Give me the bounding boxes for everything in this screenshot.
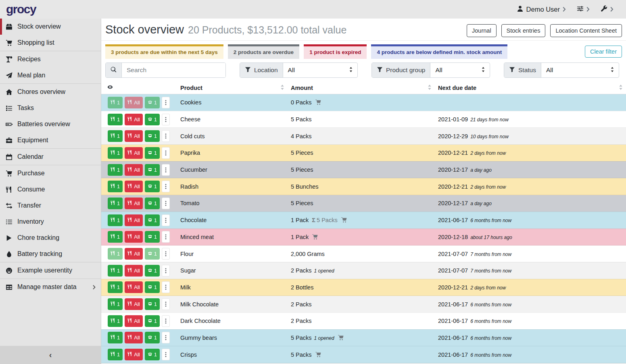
column-amount-header[interactable]: Amount <box>288 82 435 94</box>
column-due-header[interactable]: Next due date <box>435 82 626 94</box>
open-one-button[interactable]: 1 <box>145 265 160 277</box>
product-group-select[interactable]: All <box>430 63 490 77</box>
sidebar-item-equipment[interactable]: Equipment <box>0 132 101 148</box>
consume-all-button[interactable]: All <box>125 114 142 125</box>
sidebar-item-recipes[interactable]: Recipes <box>0 51 101 67</box>
sidebar-item-chore-tracking[interactable]: Chore tracking <box>0 230 101 246</box>
column-product-header[interactable]: Product <box>177 82 288 94</box>
sidebar-item-calendar[interactable]: Calendar <box>0 149 101 165</box>
open-one-button[interactable]: 1 <box>145 198 160 209</box>
open-one-button[interactable]: 1 <box>145 315 160 327</box>
open-one-button[interactable]: 1 <box>145 147 160 159</box>
location-select[interactable]: All <box>283 63 357 77</box>
open-one-button[interactable]: 1 <box>145 281 160 293</box>
consume-all-button[interactable]: All <box>125 130 142 142</box>
consume-all-button[interactable]: All <box>125 97 142 108</box>
open-one-button[interactable]: 1 <box>145 130 160 142</box>
consume-one-button[interactable]: 1 <box>108 181 123 192</box>
consume-one-button[interactable]: 1 <box>108 349 123 360</box>
row-menu-button[interactable] <box>162 315 170 327</box>
consume-one-button[interactable]: 1 <box>108 198 123 209</box>
row-menu-button[interactable] <box>162 349 170 360</box>
journal-button[interactable]: Journal <box>467 24 497 37</box>
consume-all-button[interactable]: All <box>125 147 142 159</box>
sort-icon[interactable] <box>428 85 432 91</box>
consume-all-button[interactable]: All <box>125 265 142 277</box>
row-menu-button[interactable] <box>162 332 170 343</box>
sidebar-item-meal-plan[interactable]: Meal plan <box>0 67 101 83</box>
consume-all-button[interactable]: All <box>125 231 142 243</box>
row-menu-button[interactable] <box>162 130 170 142</box>
consume-one-button[interactable]: 1 <box>108 114 123 125</box>
consume-all-button[interactable]: All <box>125 298 142 310</box>
sidebar-item-stock-overview[interactable]: Stock overview <box>0 19 101 35</box>
sidebar-item-consume[interactable]: Consume <box>0 181 101 198</box>
banner-expired[interactable]: 1 product is expired <box>304 44 367 59</box>
admin-menu[interactable] <box>601 5 614 14</box>
sort-icon[interactable] <box>280 85 284 91</box>
consume-all-button[interactable]: All <box>125 164 142 176</box>
consume-all-button[interactable]: All <box>125 198 142 209</box>
consume-all-button[interactable]: All <box>125 332 142 343</box>
consume-one-button[interactable]: 1 <box>108 298 123 310</box>
banner-overdue[interactable]: 2 products are overdue <box>228 44 299 59</box>
status-select[interactable]: All <box>541 63 619 77</box>
open-one-button[interactable]: 1 <box>145 332 160 343</box>
consume-all-button[interactable]: All <box>125 349 142 360</box>
open-one-button[interactable]: 1 <box>145 97 160 108</box>
app-logo[interactable]: grocy <box>0 2 101 16</box>
consume-all-button[interactable]: All <box>125 315 142 327</box>
row-menu-button[interactable] <box>162 214 170 226</box>
consume-one-button[interactable]: 1 <box>108 231 123 243</box>
row-menu-button[interactable] <box>162 181 170 192</box>
open-one-button[interactable]: 1 <box>145 231 160 243</box>
banner-due-soon[interactable]: 3 products are due within the next 5 day… <box>105 44 223 59</box>
banner-below-min[interactable]: 4 products are below defined min. stock … <box>371 44 507 59</box>
sidebar-item-purchase[interactable]: Purchase <box>0 165 101 181</box>
consume-one-button[interactable]: 1 <box>108 214 123 226</box>
row-menu-button[interactable] <box>162 198 170 209</box>
sidebar-item-shopping-list[interactable]: Shopping list <box>0 35 101 51</box>
consume-all-button[interactable]: All <box>125 281 142 293</box>
consume-one-button[interactable]: 1 <box>108 130 123 142</box>
sidebar-item-example-userentity[interactable]: Example userentity <box>0 262 101 279</box>
consume-one-button[interactable]: 1 <box>108 281 123 293</box>
open-one-button[interactable]: 1 <box>145 298 160 310</box>
sidebar-item-batteries-overview[interactable]: Batteries overview <box>0 116 101 132</box>
consume-one-button[interactable]: 1 <box>108 164 123 176</box>
consume-one-button[interactable]: 1 <box>108 332 123 343</box>
settings-menu[interactable] <box>577 5 590 14</box>
consume-all-button[interactable]: All <box>125 248 142 260</box>
row-menu-button[interactable] <box>162 281 170 293</box>
sidebar-item-chores-overview[interactable]: Chores overview <box>0 84 101 100</box>
row-menu-button[interactable] <box>162 298 170 310</box>
stock-entries-button[interactable]: Stock entries <box>501 24 546 37</box>
row-menu-button[interactable] <box>162 164 170 176</box>
sidebar-item-inventory[interactable]: Inventory <box>0 214 101 230</box>
consume-one-button[interactable]: 1 <box>108 147 123 159</box>
sidebar-collapse-button[interactable]: ‹ <box>0 346 101 364</box>
open-one-button[interactable]: 1 <box>145 181 160 192</box>
row-menu-button[interactable] <box>162 248 170 260</box>
consume-all-button[interactable]: All <box>125 214 142 226</box>
row-menu-button[interactable] <box>162 265 170 277</box>
sidebar-item-transfer[interactable]: Transfer <box>0 198 101 214</box>
consume-all-button[interactable]: All <box>125 181 142 192</box>
sidebar-item-tasks[interactable]: Tasks <box>0 100 101 116</box>
consume-one-button[interactable]: 1 <box>108 315 123 327</box>
open-one-button[interactable]: 1 <box>145 114 160 125</box>
sidebar-item-manage-master-data[interactable]: Manage master data <box>0 279 101 295</box>
consume-one-button[interactable]: 1 <box>108 265 123 277</box>
row-menu-button[interactable] <box>162 231 170 243</box>
open-one-button[interactable]: 1 <box>145 214 160 226</box>
consume-one-button[interactable]: 1 <box>108 248 123 260</box>
open-one-button[interactable]: 1 <box>145 164 160 176</box>
search-input[interactable] <box>122 63 225 77</box>
sort-icon[interactable] <box>619 85 623 91</box>
open-one-button[interactable]: 1 <box>145 349 160 360</box>
open-one-button[interactable]: 1 <box>145 248 160 260</box>
consume-one-button[interactable]: 1 <box>108 97 123 108</box>
location-content-sheet-button[interactable]: Location Content Sheet <box>550 24 622 37</box>
user-menu[interactable]: Demo User <box>517 5 566 14</box>
sidebar-item-battery-tracking[interactable]: Battery tracking <box>0 246 101 262</box>
